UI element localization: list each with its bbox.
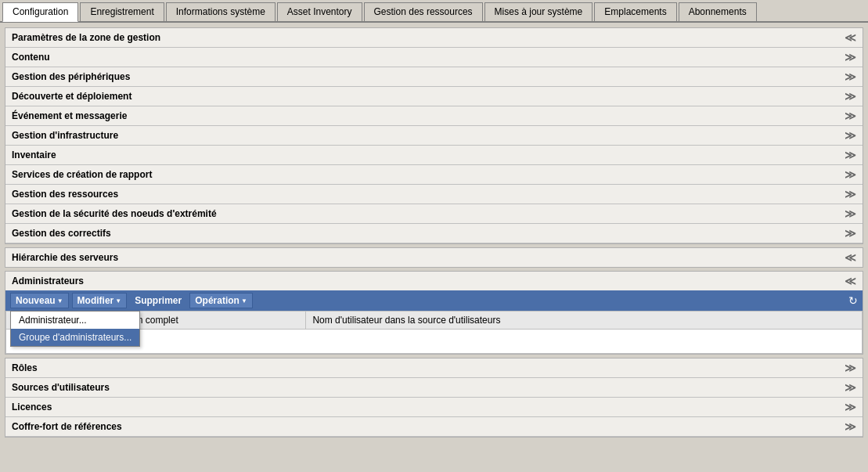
section-6: Inventaire ≫ bbox=[5, 146, 863, 165]
tab-informations-systeme[interactable]: Informations système bbox=[166, 2, 276, 21]
section-header-5[interactable]: Gestion d'infrastructure ≫ bbox=[5, 126, 863, 145]
section-0: Paramètres de la zone de gestion ≪ bbox=[5, 28, 863, 48]
hierarchy-collapse-icon: ≪ bbox=[845, 252, 856, 263]
section-title-0: Paramètres de la zone de gestion bbox=[12, 32, 160, 43]
section-8: Gestion des ressources ≫ bbox=[5, 185, 863, 204]
nouveau-label: Nouveau bbox=[16, 295, 56, 306]
sections-group3: Rôles ≫ Sources d'utilisateurs ≫ Licence… bbox=[5, 358, 863, 438]
section-header-2[interactable]: Gestion des périphériques ≫ bbox=[5, 67, 863, 86]
col-nom-complet: Nom complet bbox=[117, 312, 306, 330]
section-title-7: Services de création de rapport bbox=[12, 169, 152, 180]
section-g3-icon-3: ≫ bbox=[845, 421, 856, 432]
section-icon-10: ≫ bbox=[845, 228, 856, 239]
modifier-button[interactable]: Modifier ▼ bbox=[72, 293, 128, 308]
admin-wrapper: Administrateurs ≪ Nouveau ▼ Modifier ▼ S… bbox=[5, 271, 863, 355]
section-g3-0: Rôles ≫ bbox=[5, 359, 863, 378]
section-icon-7: ≫ bbox=[845, 169, 856, 180]
section-g3-header-2[interactable]: Licences ≫ bbox=[5, 398, 863, 416]
section-4: Événement et messagerie ≫ bbox=[5, 106, 863, 126]
supprimer-button[interactable]: Supprimer bbox=[130, 294, 186, 308]
tab-bar: ConfigurationEnregistrementInformations … bbox=[0, 0, 868, 23]
section-g3-title-0: Rôles bbox=[12, 362, 38, 373]
section-g3-title-2: Licences bbox=[12, 402, 52, 413]
tab-configuration[interactable]: Configuration bbox=[2, 2, 78, 22]
section-header-10[interactable]: Gestion des correctifs ≫ bbox=[5, 224, 863, 243]
supprimer-label: Supprimer bbox=[135, 295, 182, 306]
operation-arrow: ▼ bbox=[241, 297, 247, 304]
sections-group1: Paramètres de la zone de gestion ≪ Conte… bbox=[5, 27, 863, 244]
section-g3-2: Licences ≫ bbox=[5, 398, 863, 417]
section-g3-title-1: Sources d'utilisateurs bbox=[12, 382, 110, 393]
section-icon-1: ≫ bbox=[845, 52, 856, 63]
section-icon-6: ≫ bbox=[845, 150, 856, 160]
modifier-label: Modifier bbox=[77, 295, 114, 306]
section-1: Contenu ≫ bbox=[5, 48, 863, 67]
dropdown-item-groupe[interactable]: Groupe d'administrateurs... bbox=[11, 329, 139, 346]
modifier-arrow: ▼ bbox=[115, 297, 121, 304]
section-g3-header-0[interactable]: Rôles ≫ bbox=[5, 359, 863, 377]
nouveau-arrow: ▼ bbox=[57, 297, 63, 304]
section-header-4[interactable]: Événement et messagerie ≫ bbox=[5, 106, 863, 125]
section-header-6[interactable]: Inventaire ≫ bbox=[5, 146, 863, 164]
section-header-1[interactable]: Contenu ≫ bbox=[5, 48, 863, 67]
section-icon-8: ≫ bbox=[845, 189, 856, 200]
section-title-4: Événement et messagerie bbox=[12, 110, 127, 121]
tab-abonnements[interactable]: Abonnements bbox=[679, 2, 757, 21]
section-title-9: Gestion de la sécurité des noeuds d'extr… bbox=[12, 208, 217, 219]
hierarchy-title: Hiérarchie des serveurs bbox=[12, 252, 118, 263]
section-header-0[interactable]: Paramètres de la zone de gestion ≪ bbox=[5, 28, 863, 47]
section-header-7[interactable]: Services de création de rapport ≫ bbox=[5, 165, 863, 184]
hierarchy-section[interactable]: Hiérarchie des serveurs ≪ bbox=[5, 248, 863, 267]
tab-mises-a-jour-systeme[interactable]: Mises à jour système bbox=[484, 2, 593, 21]
section-title-6: Inventaire bbox=[12, 150, 56, 160]
tab-enregistrement[interactable]: Enregistrement bbox=[80, 2, 164, 21]
section-icon-0: ≪ bbox=[845, 32, 856, 43]
section-title-2: Gestion des périphériques bbox=[12, 71, 130, 82]
section-g3-title-3: Coffre-fort de références bbox=[12, 421, 122, 432]
nouveau-button[interactable]: Nouveau ▼ bbox=[10, 293, 69, 308]
section-g3-icon-0: ≫ bbox=[845, 362, 856, 373]
section-9: Gestion de la sécurité des noeuds d'extr… bbox=[5, 204, 863, 224]
col-utilisateur-source: Nom d'utilisateur dans la source d'utili… bbox=[306, 312, 863, 330]
section-g3-header-1[interactable]: Sources d'utilisateurs ≫ bbox=[5, 378, 863, 397]
section-5: Gestion d'infrastructure ≫ bbox=[5, 126, 863, 146]
dropdown-item-administrateur[interactable]: Administrateur... bbox=[11, 312, 139, 329]
section-title-5: Gestion d'infrastructure bbox=[12, 130, 118, 141]
section-7: Services de création de rapport ≫ bbox=[5, 165, 863, 185]
admin-title: Administrateurs bbox=[12, 276, 84, 286]
tab-emplacements[interactable]: Emplacements bbox=[594, 2, 676, 21]
section-icon-5: ≫ bbox=[845, 130, 856, 141]
section-g3-icon-2: ≫ bbox=[845, 402, 856, 413]
hierarchy-wrapper: Hiérarchie des serveurs ≪ bbox=[5, 247, 863, 268]
operation-button[interactable]: Opération ▼ bbox=[189, 293, 253, 308]
section-header-8[interactable]: Gestion des ressources ≫ bbox=[5, 185, 863, 204]
section-header-9[interactable]: Gestion de la sécurité des noeuds d'extr… bbox=[5, 204, 863, 223]
content-area: Paramètres de la zone de gestion ≪ Conte… bbox=[0, 23, 868, 445]
section-3: Découverte et déploiement ≫ bbox=[5, 87, 863, 106]
section-title-1: Contenu bbox=[12, 52, 50, 63]
admin-section-header[interactable]: Administrateurs ≪ bbox=[5, 272, 863, 290]
section-10: Gestion des correctifs ≫ bbox=[5, 224, 863, 243]
section-header-3[interactable]: Découverte et déploiement ≫ bbox=[5, 87, 863, 106]
admin-toolbar: Nouveau ▼ Modifier ▼ Supprimer Opération… bbox=[5, 290, 863, 311]
section-title-10: Gestion des correctifs bbox=[12, 228, 111, 239]
tab-gestion-des-ressources[interactable]: Gestion des ressources bbox=[364, 2, 483, 21]
tab-asset-inventory[interactable]: Asset Inventory bbox=[277, 2, 362, 21]
section-g3-3: Coffre-fort de références ≫ bbox=[5, 417, 863, 437]
section-icon-4: ≫ bbox=[845, 110, 856, 121]
section-icon-2: ≫ bbox=[845, 71, 856, 82]
section-icon-3: ≫ bbox=[845, 91, 856, 102]
section-g3-header-3[interactable]: Coffre-fort de références ≫ bbox=[5, 417, 863, 436]
nouveau-dropdown: Administrateur... Groupe d'administrateu… bbox=[10, 311, 140, 347]
section-2: Gestion des périphériques ≫ bbox=[5, 67, 863, 87]
section-title-3: Découverte et déploiement bbox=[12, 91, 131, 102]
section-g3-icon-1: ≫ bbox=[845, 382, 856, 393]
section-title-8: Gestion des ressources bbox=[12, 189, 118, 200]
section-g3-1: Sources d'utilisateurs ≫ bbox=[5, 378, 863, 398]
admin-collapse-icon: ≪ bbox=[845, 276, 856, 286]
refresh-button[interactable]: ↻ bbox=[848, 294, 858, 307]
operation-label: Opération bbox=[195, 295, 240, 306]
section-icon-9: ≫ bbox=[845, 208, 856, 219]
